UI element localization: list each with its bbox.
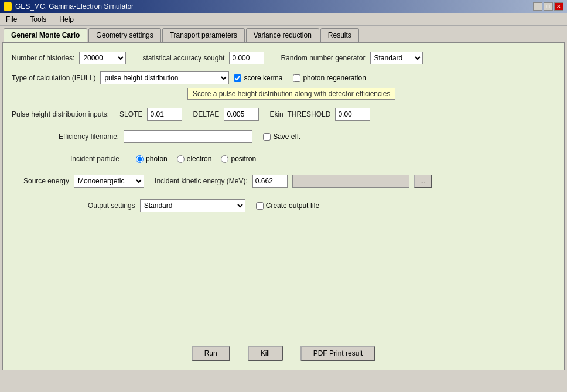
row-tooltip: Score a pulse height distribution along … [187, 88, 555, 100]
eff-filename-input[interactable] [124, 130, 252, 143]
photon-regen-group: photon regeneration [293, 74, 366, 82]
maximize-button[interactable]: □ [544, 2, 553, 11]
bottom-buttons: Run Kill PDF Print result [3, 346, 564, 361]
menu-file[interactable]: File [2, 14, 21, 25]
create-output-label: Create output file [266, 202, 319, 210]
title-bar-left: GES_MC: Gamma-Electron Simulator [4, 2, 134, 11]
photon-radio[interactable] [136, 155, 144, 163]
row-histories: Number of histories: 20000 statistical a… [12, 52, 555, 64]
tab-transport-parameters[interactable]: Transport parameters [162, 28, 245, 42]
output-settings-label: Output settings [88, 202, 135, 210]
electron-label: electron [187, 155, 212, 163]
output-settings-select[interactable]: Standard [140, 199, 245, 212]
calc-type-select[interactable]: pulse height distribution [100, 71, 229, 84]
menu-help[interactable]: Help [56, 14, 77, 25]
run-button[interactable]: Run [192, 346, 230, 361]
radio-positron: positron [221, 155, 256, 163]
title-bar-buttons[interactable]: _ □ ✕ [533, 2, 563, 11]
photon-regen-label: photon regeneration [303, 74, 366, 82]
deltae-input[interactable] [224, 108, 259, 121]
tabs-bar: General Monte Carlo Geometry settings Tr… [0, 26, 567, 42]
menu-bar: File Tools Help [0, 13, 567, 26]
create-output-group: Create output file [256, 202, 319, 210]
pdf-print-button[interactable]: PDF Print result [300, 346, 376, 361]
electron-radio[interactable] [177, 155, 185, 163]
rng-select[interactable]: Standard [370, 52, 423, 64]
ekin-input[interactable] [335, 108, 370, 121]
save-eff-group: Save eff. [263, 132, 300, 141]
photon-label: photon [146, 155, 168, 163]
tooltip-text: Score a pulse height distribution along … [187, 88, 395, 100]
score-kerma-checkbox[interactable] [234, 74, 241, 82]
minimize-button[interactable]: _ [533, 2, 542, 11]
phd-inputs-label: Pulse height distribution inputs: [12, 110, 109, 118]
row-source-energy: Source energy Monoenergetic Incident kin… [12, 175, 555, 188]
source-energy-label: Source energy [23, 177, 69, 185]
row-calc-type: Type of calculation (IFULL) pulse height… [12, 71, 555, 84]
tab-geometry-settings[interactable]: Geometry settings [88, 28, 160, 42]
stat-accuracy-input[interactable] [229, 52, 264, 64]
incident-ke-input[interactable] [252, 175, 288, 188]
ekin-label: Ekin_THRESHOLD [269, 110, 330, 118]
row-efficiency: Efficiency filename: Save eff. [12, 130, 555, 143]
row-incident-particle: Incident particle photon electron positr… [12, 155, 555, 163]
menu-tools[interactable]: Tools [26, 14, 50, 25]
kill-button[interactable]: Kill [248, 346, 283, 361]
positron-label: positron [231, 155, 256, 163]
create-output-checkbox[interactable] [256, 202, 264, 210]
row-output-settings: Output settings Standard Create output f… [12, 199, 555, 212]
calc-type-label: Type of calculation (IFULL) [12, 74, 95, 82]
stat-accuracy-label: statistical accuracy sought [142, 54, 224, 62]
source-energy-select[interactable]: Monoenergetic [74, 175, 144, 188]
window-title: GES_MC: Gamma-Electron Simulator [15, 2, 134, 11]
title-bar: GES_MC: Gamma-Electron Simulator _ □ ✕ [0, 0, 567, 13]
positron-radio[interactable] [221, 155, 228, 163]
tab-general-monte-carlo[interactable]: General Monte Carlo [4, 28, 87, 42]
rng-label: Random number generator [281, 54, 365, 62]
eff-filename-label: Efficiency filename: [59, 132, 119, 141]
tab-variance-reduction[interactable]: Variance reduction [246, 28, 319, 42]
save-eff-label: Save eff. [273, 132, 300, 141]
photon-regen-checkbox[interactable] [293, 74, 300, 82]
radio-photon: photon [136, 155, 168, 163]
slote-input[interactable] [147, 108, 182, 121]
score-kerma-label: score kerma [244, 74, 282, 82]
score-kerma-group: score kerma [234, 74, 282, 82]
ellipsis-button[interactable]: ... [414, 175, 432, 188]
row-phd-inputs: Pulse height distribution inputs: SLOTE … [12, 108, 555, 121]
num-histories-label: Number of histories: [12, 54, 74, 62]
close-button[interactable]: ✕ [554, 2, 563, 11]
slote-label: SLOTE [119, 110, 142, 118]
incident-ke-label: Incident kinetic energy (MeV): [155, 177, 248, 185]
main-panel: Number of histories: 20000 statistical a… [2, 42, 565, 370]
tab-results[interactable]: Results [320, 28, 359, 42]
incident-particle-label: Incident particle [70, 155, 119, 163]
deltae-label: DELTAE [193, 110, 219, 118]
app-icon [4, 2, 12, 11]
energy-bar [292, 175, 409, 188]
radio-electron: electron [177, 155, 212, 163]
particle-radio-group: photon electron positron [136, 155, 256, 163]
num-histories-select[interactable]: 20000 [79, 52, 126, 64]
save-eff-checkbox[interactable] [263, 133, 271, 141]
